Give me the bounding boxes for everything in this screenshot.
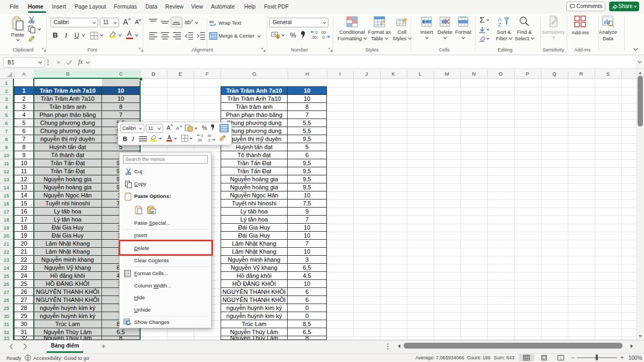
svg-text:.00: .00 (197, 138, 202, 142)
svg-text:ab: ab (185, 19, 191, 25)
svg-text:.0: .0 (208, 138, 211, 142)
svg-text:A: A (498, 17, 501, 22)
svg-text:.00: .00 (311, 35, 317, 39)
svg-text:0: 0 (316, 31, 318, 34)
svg-text:0: 0 (201, 134, 203, 137)
svg-text:00: 00 (321, 31, 326, 34)
svg-text:Z: Z (498, 22, 501, 27)
svg-text:$: $ (277, 35, 279, 39)
svg-text:.0: .0 (321, 35, 325, 39)
svg-text:00: 00 (208, 134, 211, 137)
svg-text:ab: ab (209, 19, 214, 24)
